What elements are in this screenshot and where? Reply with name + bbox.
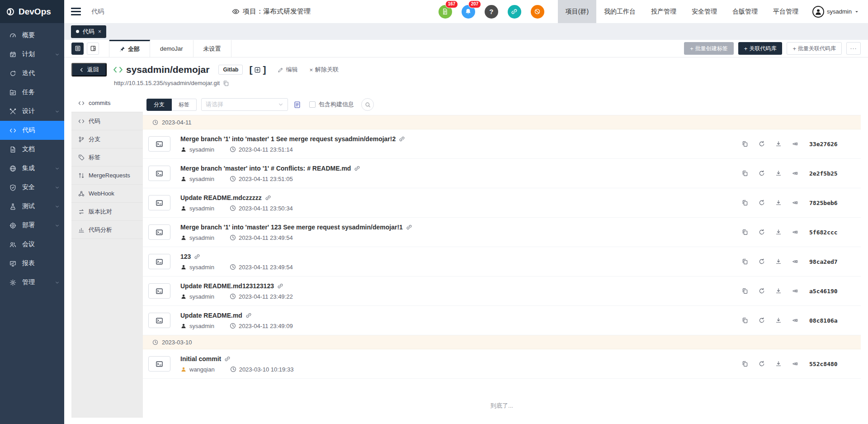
copy-url-icon[interactable] bbox=[223, 80, 229, 86]
topnav-item-production[interactable]: 投产管理 bbox=[643, 0, 684, 23]
commit-title[interactable]: Update README.mdczzzzz bbox=[180, 194, 742, 201]
download-commit-button[interactable] bbox=[775, 258, 782, 265]
menu-toggle-icon[interactable] bbox=[71, 8, 81, 15]
commit-type-badge[interactable] bbox=[148, 166, 170, 181]
commit-hash[interactable]: 08c8106a bbox=[809, 317, 843, 324]
sidebar-item-meeting[interactable]: 会议 bbox=[0, 235, 64, 254]
notification-button[interactable]: 207 bbox=[462, 5, 475, 19]
sidebar-item-design[interactable]: 设计 bbox=[0, 102, 64, 121]
page-tab-code[interactable]: 代码 × bbox=[71, 25, 106, 38]
topnav-item-security-mgmt[interactable]: 安全管理 bbox=[684, 0, 725, 23]
repo-sidebar-item-webhook[interactable]: WebHook bbox=[71, 185, 143, 203]
copy-commit-button[interactable] bbox=[742, 229, 748, 235]
back-button[interactable]: 返回 bbox=[71, 63, 107, 76]
revert-commit-button[interactable] bbox=[759, 141, 765, 147]
commit-hash[interactable]: 5f682ccc bbox=[809, 229, 843, 236]
download-commit-button[interactable] bbox=[775, 317, 782, 324]
commit-hash[interactable]: 33e27626 bbox=[809, 141, 843, 148]
build-doc-icon[interactable] bbox=[293, 101, 301, 109]
repo-tab-all[interactable]: 全部 bbox=[109, 40, 150, 57]
record-off-button[interactable] bbox=[531, 5, 544, 19]
commit-hash[interactable]: 2e2f5b25 bbox=[809, 170, 843, 177]
batch-link-repo-button[interactable]: + 批量关联代码库 bbox=[787, 42, 842, 55]
repo-sidebar-item-analysis[interactable]: 代码分析 bbox=[71, 221, 143, 239]
sidebar-item-document[interactable]: 文档 bbox=[0, 140, 64, 159]
commit-graph-button[interactable] bbox=[792, 288, 798, 294]
commit-title[interactable]: Update README.md123123123 bbox=[180, 282, 742, 290]
sidebar-item-security[interactable]: 安全 bbox=[0, 178, 64, 197]
repo-tab-demojar[interactable]: demoJar bbox=[150, 40, 193, 57]
repo-sidebar-item-mergerequests[interactable]: MergeRequests bbox=[71, 167, 143, 185]
sidebar-item-deploy[interactable]: 部署 bbox=[0, 216, 64, 235]
topnav-item-projects[interactable]: 项目(群) bbox=[558, 0, 596, 23]
commit-title[interactable]: Merge branch '1' into 'master' 1 See mer… bbox=[180, 135, 742, 143]
commit-type-badge[interactable] bbox=[148, 283, 170, 299]
revert-commit-button[interactable] bbox=[759, 200, 765, 206]
copy-commit-button[interactable] bbox=[742, 288, 748, 294]
topnav-item-platform[interactable]: 平台管理 bbox=[765, 0, 806, 23]
sidebar-item-manage[interactable]: 管理 bbox=[0, 273, 64, 292]
commit-graph-button[interactable] bbox=[792, 317, 798, 324]
commit-hash[interactable]: a5c46190 bbox=[809, 288, 843, 295]
commit-type-badge[interactable] bbox=[148, 356, 170, 372]
branch-segment-button[interactable]: 分支 bbox=[146, 99, 172, 111]
commit-graph-button[interactable] bbox=[792, 229, 798, 235]
repo-sidebar-item-branches[interactable]: 分支 bbox=[71, 130, 143, 148]
commit-hash[interactable]: 552c8480 bbox=[809, 361, 843, 367]
sidebar-item-code[interactable]: 代码 bbox=[0, 121, 64, 140]
sidebar-item-task[interactable]: 任务 bbox=[0, 83, 64, 102]
download-commit-button[interactable] bbox=[775, 170, 782, 176]
sidebar-item-plan[interactable]: 计划 bbox=[0, 45, 64, 64]
revert-commit-button[interactable] bbox=[759, 258, 765, 265]
commit-graph-button[interactable] bbox=[792, 200, 798, 206]
download-commit-button[interactable] bbox=[775, 229, 782, 235]
commit-title[interactable]: Merge branch 'master' into '1' # Conflic… bbox=[180, 165, 742, 172]
topnav-item-workbench[interactable]: 我的工作台 bbox=[596, 0, 643, 23]
repo-tab-unset[interactable]: 未设置 bbox=[193, 40, 231, 57]
help-button[interactable]: ? bbox=[485, 5, 498, 19]
user-menu[interactable]: sysadmin bbox=[806, 6, 868, 18]
repo-sidebar-item-code[interactable]: 代码 bbox=[71, 112, 143, 130]
commit-graph-button[interactable] bbox=[792, 361, 798, 367]
sidebar-item-test[interactable]: 测试 bbox=[0, 197, 64, 216]
download-commit-button[interactable] bbox=[775, 200, 782, 206]
copy-commit-button[interactable] bbox=[742, 258, 748, 265]
search-button[interactable] bbox=[361, 98, 374, 111]
download-commit-button[interactable] bbox=[775, 361, 782, 367]
link-repo-button[interactable]: + 关联代码库 bbox=[738, 42, 783, 55]
unlink-repo-button[interactable]: × 解除关联 bbox=[309, 66, 339, 74]
revert-commit-button[interactable] bbox=[759, 317, 765, 324]
copy-commit-button[interactable] bbox=[742, 317, 748, 324]
sidebar-item-overview[interactable]: 概要 bbox=[0, 26, 64, 45]
repo-sidebar-item-compare[interactable]: 版本比对 bbox=[71, 203, 143, 221]
build-info-option[interactable]: 包含构建信息 bbox=[309, 100, 354, 109]
commit-title[interactable]: Initial commit bbox=[180, 355, 742, 362]
download-commit-button[interactable] bbox=[775, 141, 782, 147]
branch-select[interactable]: 请选择 bbox=[201, 98, 288, 111]
sidebar-item-report[interactable]: 报表 bbox=[0, 254, 64, 273]
sidebar-item-iteration[interactable]: 迭代 bbox=[0, 64, 64, 83]
revert-commit-button[interactable] bbox=[759, 288, 765, 294]
list-view-button[interactable] bbox=[71, 43, 84, 55]
build-info-checkbox[interactable] bbox=[309, 101, 316, 108]
repo-sidebar-item-tags[interactable]: 标签 bbox=[71, 148, 143, 167]
topnav-item-version-merge[interactable]: 合版管理 bbox=[725, 0, 765, 23]
commit-graph-button[interactable] bbox=[792, 170, 798, 176]
more-actions-button[interactable]: ··· bbox=[846, 42, 861, 55]
default-branch-widget[interactable]: [ ] bbox=[249, 64, 266, 75]
commit-graph-button[interactable] bbox=[792, 141, 798, 147]
commit-type-badge[interactable] bbox=[148, 195, 170, 210]
sidebar-item-integration[interactable]: 集成 bbox=[0, 159, 64, 178]
todo-doc-button[interactable]: 167 bbox=[439, 5, 452, 19]
commit-type-badge[interactable] bbox=[148, 224, 170, 240]
copy-commit-button[interactable] bbox=[742, 141, 748, 147]
commit-graph-button[interactable] bbox=[792, 258, 798, 265]
commit-hash[interactable]: 7825beb6 bbox=[809, 200, 843, 206]
commit-title[interactable]: Merge branch '1' into 'master' 123 See m… bbox=[180, 224, 742, 231]
revert-commit-button[interactable] bbox=[759, 361, 765, 367]
copy-commit-button[interactable] bbox=[742, 170, 748, 176]
edit-repo-button[interactable]: 编辑 bbox=[278, 66, 297, 74]
commit-type-badge[interactable] bbox=[148, 313, 170, 328]
quick-link-button[interactable] bbox=[508, 5, 521, 19]
revert-commit-button[interactable] bbox=[759, 170, 765, 176]
